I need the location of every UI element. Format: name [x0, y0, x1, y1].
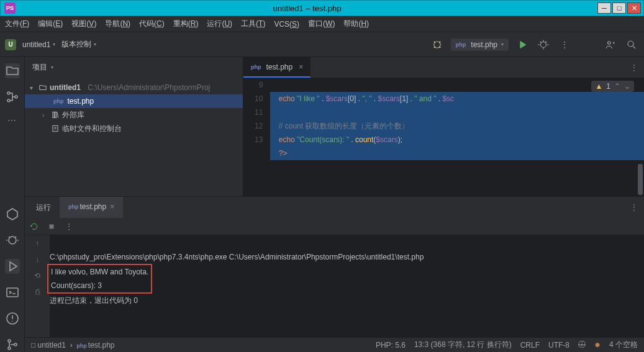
- problems-tool-button[interactable]: [5, 311, 20, 326]
- rerun-button[interactable]: [30, 222, 39, 231]
- status-encoding[interactable]: UTF-8: [548, 341, 569, 350]
- vertical-scrollbar[interactable]: [637, 78, 644, 196]
- editor-pane: php test.php × ⋮ 9 10 11 12 13 echo "I l: [243, 57, 644, 196]
- print-icon[interactable]: ⎙: [35, 287, 40, 296]
- collaborate-icon[interactable]: [603, 37, 618, 52]
- project-panel-title: 项目: [32, 62, 47, 73]
- editor-tab-test-php[interactable]: php test.php ×: [243, 57, 311, 78]
- chevron-down-icon[interactable]: ⌄: [624, 82, 630, 91]
- menu-navigate[interactable]: 导航(N): [105, 19, 130, 29]
- window-title: untitled1 – test.php: [17, 4, 597, 13]
- scroll-down-icon[interactable]: ↓: [35, 255, 39, 264]
- status-read-only-icon[interactable]: ⓘ: [578, 340, 586, 350]
- svg-rect-13: [53, 112, 54, 117]
- warning-icon: ▲: [595, 82, 602, 91]
- search-icon[interactable]: [624, 37, 639, 52]
- run-toolbar: ⋮: [25, 218, 644, 235]
- run-panel-title[interactable]: 运行: [27, 197, 60, 218]
- tree-external-libs[interactable]: › 外部库: [25, 108, 243, 122]
- inspection-badge[interactable]: ▲1 ⌃ ⌄: [591, 81, 634, 92]
- menu-tools[interactable]: 工具(T): [241, 19, 265, 29]
- menu-refactor[interactable]: 重构(R): [173, 19, 199, 29]
- status-php[interactable]: PHP: 5.6: [376, 341, 406, 350]
- run-button[interactable]: [515, 37, 530, 52]
- stop-button[interactable]: [47, 222, 56, 231]
- svg-rect-16: [50, 224, 54, 228]
- status-caret-pos[interactable]: 13:3 (368 字符, 12 行 换行符): [414, 340, 512, 350]
- status-bar: □ untitled1 › phptest.php PHP: 5.6 13:3 …: [25, 337, 644, 352]
- menu-bar: 文件(F) 编辑(E) 视图(V) 导航(N) 代码(C) 重构(R) 运行(U…: [0, 16, 644, 32]
- menu-run[interactable]: 运行(U): [207, 19, 232, 29]
- svg-point-6: [15, 96, 17, 98]
- run-panel-more-icon[interactable]: ⋮: [624, 197, 644, 218]
- menu-code[interactable]: 代码(C): [139, 19, 165, 29]
- close-tab-icon[interactable]: ×: [110, 202, 114, 211]
- close-button[interactable]: ✕: [627, 2, 641, 14]
- highlighted-output: I like volvo, BMW and Toyota. Count(scar…: [47, 264, 152, 294]
- debug-tool-button[interactable]: [5, 233, 20, 248]
- menu-edit[interactable]: 编辑(E): [38, 19, 63, 29]
- run-panel: 运行 php test.php × ⋮ ⋮ ↑ ↓ ⟲ ⎙: [25, 197, 644, 337]
- run-tab-test-php[interactable]: php test.php ×: [60, 197, 123, 218]
- php-icon: php: [53, 98, 64, 104]
- gutter: 9 10 11 12 13: [243, 78, 270, 196]
- app-icon: PS: [4, 2, 16, 14]
- project-tree[interactable]: ▾ untitled1 C:\Users\Administrator\Phpst…: [25, 78, 243, 138]
- chevron-up-icon[interactable]: ⌃: [614, 82, 620, 91]
- svg-rect-14: [55, 112, 56, 117]
- code-area[interactable]: 9 10 11 12 13 echo "I like " . $scars[0]…: [243, 78, 644, 196]
- code-text[interactable]: echo "I like " . $scars[0] . ", " . $sca…: [270, 78, 644, 196]
- tool-window-rail-left: ⋯: [0, 57, 25, 352]
- structure-tool-button[interactable]: [5, 89, 20, 104]
- tree-file-test-php[interactable]: php test.php: [25, 94, 243, 108]
- run-toolbar-more-icon[interactable]: ⋮: [65, 222, 73, 231]
- breadcrumb[interactable]: □ untitled1 › phptest.php: [31, 341, 115, 350]
- minimize-button[interactable]: ─: [597, 2, 611, 14]
- menu-window[interactable]: 窗口(W): [308, 19, 335, 29]
- menu-help[interactable]: 帮助(H): [343, 19, 369, 29]
- maximize-button[interactable]: □: [612, 2, 626, 14]
- svg-point-3: [628, 41, 633, 47]
- svg-point-4: [7, 92, 10, 94]
- soft-wrap-icon[interactable]: ⟲: [34, 271, 40, 280]
- editor-tab-more-icon[interactable]: ⋮: [624, 57, 644, 78]
- console-output[interactable]: C:\phpstudy_pro\Extensions\php\php7.3.4n…: [50, 235, 644, 337]
- tree-scratches[interactable]: 临时文件和控制台: [25, 122, 243, 135]
- status-inspection-icon[interactable]: ✸: [594, 341, 601, 350]
- debug-button[interactable]: [536, 37, 551, 52]
- svg-point-10: [8, 340, 11, 342]
- editor-tabs: php test.php × ⋮: [243, 57, 644, 78]
- library-icon: [51, 111, 60, 119]
- folder-icon: [39, 83, 47, 92]
- project-dropdown[interactable]: untitled1 ▾: [22, 40, 55, 49]
- console-side-controls: ↑ ↓ ⟲ ⎙: [25, 235, 50, 337]
- svg-point-11: [8, 347, 11, 350]
- status-line-separator[interactable]: CRLF: [520, 341, 540, 350]
- run-tool-button[interactable]: [5, 259, 20, 274]
- project-tool-button[interactable]: [5, 63, 20, 78]
- svg-point-5: [7, 99, 10, 102]
- run-config-selector[interactable]: php test.php ▾: [451, 38, 509, 51]
- terminal-tool-button[interactable]: [5, 285, 20, 300]
- status-indent[interactable]: 4 个空格: [609, 340, 638, 350]
- chevron-down-icon[interactable]: ▾: [51, 65, 53, 70]
- tree-root[interactable]: ▾ untitled1 C:\Users\Administrator\Phpst…: [25, 81, 243, 94]
- vcs-tool-button[interactable]: [5, 337, 20, 352]
- more-tools-icon[interactable]: ⋯: [7, 115, 17, 125]
- close-tab-icon[interactable]: ×: [299, 63, 303, 71]
- bug-warning-icon[interactable]: [430, 37, 445, 52]
- svg-point-2: [608, 41, 611, 44]
- top-toolbar: U untitled1 ▾ 版本控制 ▾ php test.php ▾ ⋮: [0, 32, 644, 57]
- vcs-dropdown[interactable]: 版本控制 ▾: [61, 39, 96, 50]
- menu-view[interactable]: 视图(V): [71, 19, 96, 29]
- menu-file[interactable]: 文件(F): [5, 19, 29, 29]
- svg-point-12: [14, 343, 17, 346]
- more-actions-icon[interactable]: ⋮: [557, 37, 572, 52]
- scroll-up-icon[interactable]: ↑: [35, 239, 39, 248]
- services-tool-button[interactable]: [5, 207, 20, 222]
- svg-rect-15: [53, 125, 58, 131]
- php-icon: php: [456, 42, 466, 48]
- window-titlebar: PS untitled1 – test.php ─ □ ✕: [0, 0, 644, 16]
- menu-vcs[interactable]: VCS(S): [274, 20, 299, 29]
- project-chip-icon: U: [5, 39, 16, 50]
